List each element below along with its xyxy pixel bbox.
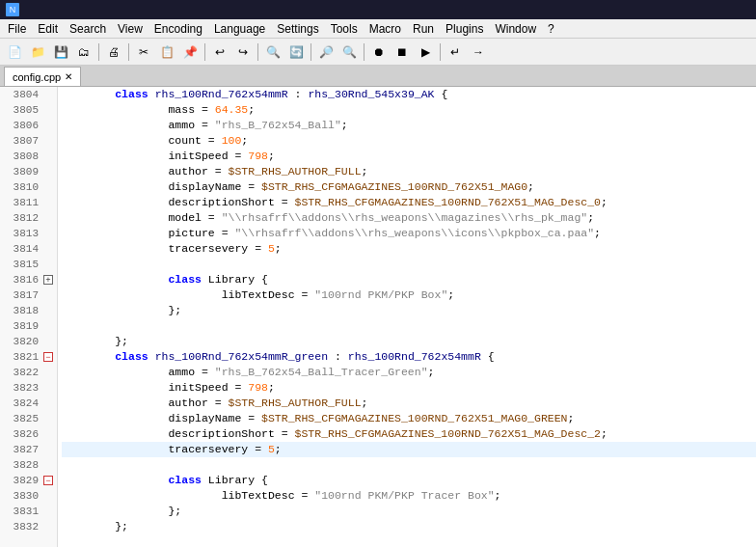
save-all-button[interactable]: 🗂	[73, 41, 94, 63]
sep2	[128, 43, 129, 61]
code-line[interactable]: picture = "\\rhsafrf\\addons\\rhs_weapon…	[62, 226, 756, 241]
gutter-line: 3830	[0, 488, 57, 504]
fold-open-icon[interactable]: −	[42, 352, 56, 362]
open-button[interactable]: 📁	[27, 41, 48, 63]
code-area[interactable]: class rhs_100Rnd_762x54mmR : rhs_30Rnd_5…	[58, 87, 756, 547]
copy-button[interactable]: 📋	[156, 41, 177, 63]
line-number: 3815	[0, 259, 42, 270]
undo-button[interactable]: ↩	[209, 41, 230, 63]
menu-item-edit[interactable]: Edit	[32, 20, 64, 38]
menu-item-window[interactable]: Window	[489, 20, 542, 38]
code-line[interactable]: libTextDesc = "100rnd PKM/PKP Tracer Box…	[62, 488, 756, 504]
menu-item-encoding[interactable]: Encoding	[148, 20, 208, 38]
code-line[interactable]: };	[62, 519, 756, 534]
gutter-line: 3831	[0, 504, 57, 519]
line-number: 3813	[0, 228, 42, 239]
cut-button[interactable]: ✂	[133, 41, 154, 63]
find-button[interactable]: 🔍	[262, 41, 284, 63]
new-button[interactable]: 📄	[4, 41, 25, 63]
gutter-line: 3823	[0, 380, 57, 396]
line-number: 3808	[0, 150, 42, 162]
code-line[interactable]	[62, 318, 756, 334]
menu-item-plugins[interactable]: Plugins	[440, 20, 489, 38]
title-bar: N	[0, 0, 756, 19]
line-number: 3819	[0, 320, 42, 332]
indent-button[interactable]: →	[468, 41, 489, 63]
menu-item-view[interactable]: View	[112, 20, 148, 38]
code-line[interactable]: ammo = "rhs_B_762x54_Ball_Tracer_Green";	[62, 365, 756, 380]
code-line[interactable]: author = $STR_RHS_AUTHOR_FULL;	[62, 396, 756, 411]
paste-button[interactable]: 📌	[179, 41, 201, 63]
menu-item-run[interactable]: Run	[407, 20, 440, 38]
code-line[interactable]: initSpeed = 798;	[62, 380, 756, 396]
menu-bar: FileEditSearchViewEncodingLanguageSettin…	[0, 19, 756, 39]
code-line[interactable]: class rhs_100Rnd_762x54mmR_green : rhs_1…	[62, 349, 756, 365]
sep1	[98, 43, 99, 61]
code-line[interactable]: tracersevery = 5;	[62, 442, 756, 457]
code-line[interactable]: libTextDesc = "100rnd PKM/PKP Box";	[62, 287, 756, 303]
code-line[interactable]: tracersevery = 5;	[62, 241, 756, 257]
gutter-line: 3817	[0, 287, 57, 303]
macro-stop-button[interactable]: ⏹	[392, 41, 413, 63]
fold-closed-icon[interactable]: +	[42, 275, 56, 285]
gutter-line: 3810	[0, 179, 57, 195]
menu-item-?[interactable]: ?	[542, 20, 560, 38]
menu-item-macro[interactable]: Macro	[364, 20, 407, 38]
gutter-line: 3815	[0, 257, 57, 272]
gutter-line: 3820	[0, 334, 57, 349]
zoom-in-button[interactable]: 🔎	[315, 41, 337, 63]
code-line[interactable]: mass = 64.35;	[62, 102, 756, 118]
redo-button[interactable]: ↪	[232, 41, 254, 63]
code-line[interactable]: count = 100;	[62, 133, 756, 149]
replace-button[interactable]: 🔄	[285, 41, 307, 63]
gutter-line: 3821−	[0, 349, 57, 365]
code-line[interactable]: descriptionShort = $STR_RHS_CFGMAGAZINES…	[62, 426, 756, 442]
gutter-line: 3809	[0, 164, 57, 179]
code-line[interactable]: author = $STR_RHS_AUTHOR_FULL;	[62, 164, 756, 179]
line-number: 3806	[0, 120, 42, 131]
code-line[interactable]: displayName = $STR_RHS_CFGMAGAZINES_100R…	[62, 411, 756, 426]
code-line[interactable]: model = "\\rhsafrf\\addons\\rhs_weapons\…	[62, 210, 756, 226]
code-line[interactable]: class Library {	[62, 473, 756, 488]
save-button[interactable]: 💾	[50, 41, 71, 63]
menu-item-file[interactable]: File	[2, 20, 32, 38]
zoom-out-button[interactable]: 🔍	[338, 41, 360, 63]
line-number: 3809	[0, 166, 42, 178]
menu-item-search[interactable]: Search	[64, 20, 112, 38]
line-gutter: 3804380538063807380838093810381138123813…	[0, 87, 58, 547]
code-line[interactable]: };	[62, 504, 756, 519]
sep6	[364, 43, 364, 61]
gutter-line: 3807	[0, 133, 57, 149]
line-number: 3821	[0, 351, 42, 363]
line-number: 3824	[0, 397, 42, 409]
code-line[interactable]: class Library {	[62, 272, 756, 287]
gutter-line: 3813	[0, 226, 57, 241]
tab-close-icon[interactable]: ✕	[65, 71, 72, 82]
gutter-line: 3806	[0, 118, 57, 133]
code-line[interactable]: };	[62, 334, 756, 349]
code-line[interactable]: ammo = "rhs_B_762x54_Ball";	[62, 118, 756, 133]
code-line[interactable]	[62, 257, 756, 272]
line-number: 3814	[0, 243, 42, 255]
gutter-line: 3825	[0, 411, 57, 426]
code-line[interactable]	[62, 457, 756, 473]
wrap-button[interactable]: ↵	[445, 41, 466, 63]
code-line[interactable]: class rhs_100Rnd_762x54mmR : rhs_30Rnd_5…	[62, 87, 756, 102]
menu-item-settings[interactable]: Settings	[271, 20, 324, 38]
editor: 3804380538063807380838093810381138123813…	[0, 87, 756, 547]
code-line[interactable]: initSpeed = 798;	[62, 149, 756, 164]
gutter-line: 3811	[0, 195, 57, 210]
menu-item-tools[interactable]: Tools	[325, 20, 364, 38]
gutter-line: 3826	[0, 426, 57, 442]
code-line[interactable]: descriptionShort = $STR_RHS_CFGMAGAZINES…	[62, 195, 756, 210]
macro-play-button[interactable]: ▶	[415, 41, 436, 63]
menu-item-language[interactable]: Language	[208, 20, 271, 38]
line-number: 3823	[0, 382, 42, 394]
tab-config.cpp[interactable]: config.cpp✕	[4, 67, 81, 86]
fold-open-icon[interactable]: −	[42, 476, 56, 485]
print-button[interactable]: 🖨	[103, 41, 124, 63]
code-line[interactable]: displayName = $STR_RHS_CFGMAGAZINES_100R…	[62, 179, 756, 195]
code-line[interactable]: };	[62, 303, 756, 318]
line-number: 3807	[0, 135, 42, 147]
macro-rec-button[interactable]: ⏺	[368, 41, 390, 63]
